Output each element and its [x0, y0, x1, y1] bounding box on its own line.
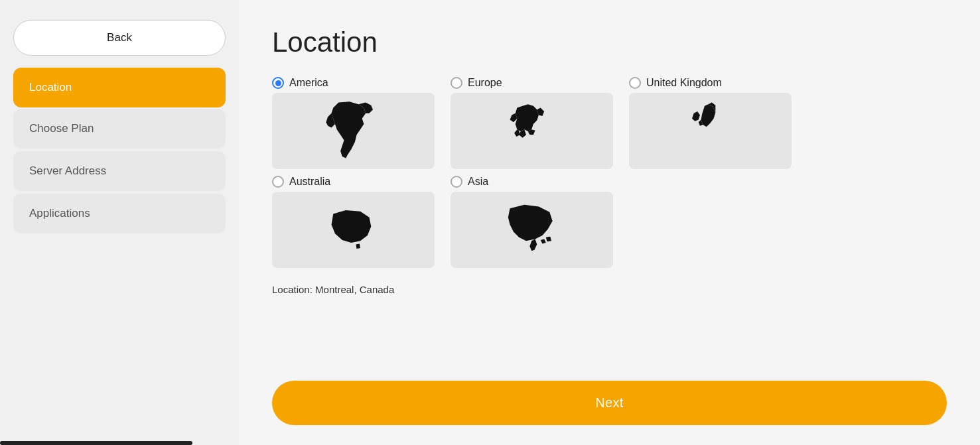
- region-item-europe: Europe: [451, 77, 613, 169]
- location-text: Location: Montreal, Canada: [272, 284, 947, 295]
- map-europe: [451, 93, 613, 169]
- region-label-europe[interactable]: Europe: [451, 77, 613, 89]
- sidebar: Back Location Choose Plan Server Address…: [0, 0, 239, 445]
- radio-europe[interactable]: [451, 77, 462, 89]
- map-svg-america: [284, 99, 422, 164]
- map-america: [272, 93, 435, 169]
- region-item-australia: Australia: [272, 176, 435, 268]
- main-content: Location America Europe: [239, 0, 980, 445]
- region-name-europe: Europe: [468, 77, 502, 89]
- next-button[interactable]: Next: [272, 381, 947, 425]
- map-svg-uk: [641, 99, 779, 164]
- map-svg-australia: [284, 198, 422, 263]
- sidebar-item-server-address[interactable]: Server Address: [13, 151, 226, 191]
- map-asia: [451, 192, 613, 268]
- sidebar-item-applications[interactable]: Applications: [13, 194, 226, 233]
- page-title: Location: [272, 27, 947, 58]
- region-label-united-kingdom[interactable]: United Kingdom: [629, 77, 792, 89]
- region-name-united-kingdom: United Kingdom: [646, 77, 722, 89]
- sidebar-item-location[interactable]: Location: [13, 68, 226, 107]
- region-row-2: Australia Asia: [272, 176, 947, 268]
- radio-australia[interactable]: [272, 176, 284, 188]
- radio-america[interactable]: [272, 77, 284, 89]
- sidebar-item-choose-plan[interactable]: Choose Plan: [13, 109, 226, 149]
- radio-asia[interactable]: [451, 176, 462, 188]
- region-row-1: America Europe: [272, 77, 947, 169]
- region-name-asia: Asia: [468, 176, 488, 188]
- radio-united-kingdom[interactable]: [629, 77, 641, 89]
- map-svg-europe: [462, 99, 600, 164]
- region-item-united-kingdom: United Kingdom: [629, 77, 792, 169]
- bottom-bar: [0, 441, 192, 445]
- map-svg-asia: [462, 198, 600, 263]
- region-name-america: America: [289, 77, 328, 89]
- region-item-america: America: [272, 77, 435, 169]
- map-united-kingdom: [629, 93, 792, 169]
- region-label-america[interactable]: America: [272, 77, 435, 89]
- region-name-australia: Australia: [289, 176, 330, 188]
- region-label-australia[interactable]: Australia: [272, 176, 435, 188]
- region-item-asia: Asia: [451, 176, 613, 268]
- map-australia: [272, 192, 435, 268]
- region-label-asia[interactable]: Asia: [451, 176, 613, 188]
- back-button[interactable]: Back: [13, 20, 226, 56]
